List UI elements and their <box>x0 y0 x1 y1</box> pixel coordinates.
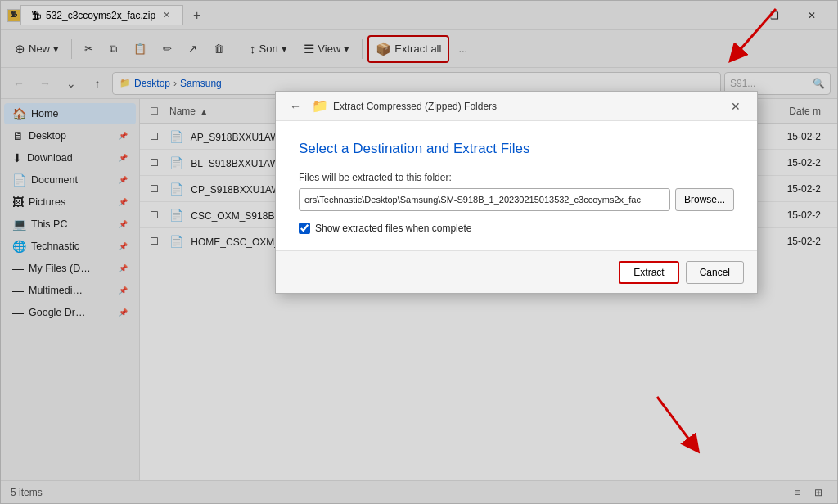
dialog-path-row: Browse... <box>299 188 734 211</box>
show-files-label: Show extracted files when complete <box>315 223 471 234</box>
dialog-title: Extract Compressed (Zipped) Folders <box>333 101 497 112</box>
dialog-path-label: Files will be extracted to this folder: <box>299 172 734 183</box>
cancel-button[interactable]: Cancel <box>686 261 744 284</box>
extract-dialog: ← 📁 Extract Compressed (Zipped) Folders … <box>275 91 758 294</box>
show-files-checkbox-row: Show extracted files when complete <box>299 223 734 234</box>
dialog-close-button[interactable]: ✕ <box>724 95 747 118</box>
dialog-titlebar: ← 📁 Extract Compressed (Zipped) Folders … <box>276 92 757 121</box>
dialog-folder-icon: 📁 <box>312 98 328 114</box>
dialog-path-input[interactable] <box>299 188 670 211</box>
dialog-footer: Extract Cancel <box>276 250 757 293</box>
dialog-back-button[interactable]: ← <box>286 97 305 116</box>
dialog-heading: Select a Destination and Extract Files <box>299 141 734 157</box>
browse-button[interactable]: Browse... <box>675 188 734 211</box>
main-window: 🗜 🗜 532_c3ccoyms2x_fac.zip ✕ + — ❑ ✕ ⊕ N… <box>0 0 838 504</box>
show-files-checkbox[interactable] <box>299 223 310 234</box>
dialog-body: Select a Destination and Extract Files F… <box>276 121 757 250</box>
extract-button[interactable]: Extract <box>619 261 678 284</box>
